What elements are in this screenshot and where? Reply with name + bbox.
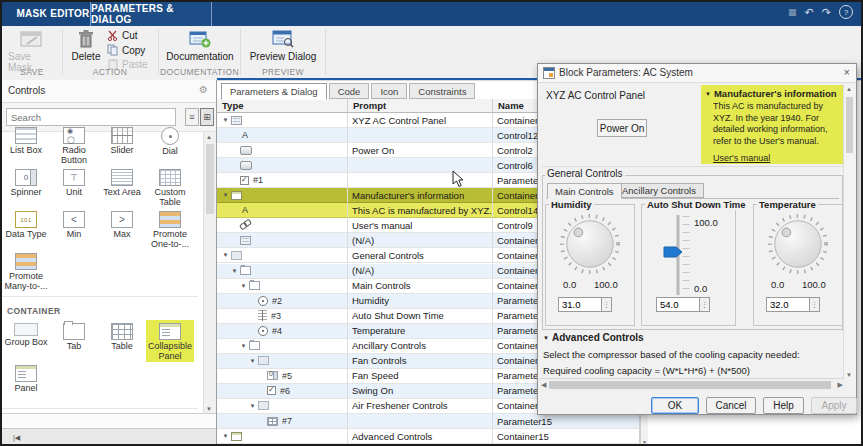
editor-tab-icon[interactable]: Icon — [371, 83, 407, 99]
palette-item-label: Group Box — [4, 338, 47, 348]
scroll-down-icon[interactable]: ▼ — [846, 372, 852, 378]
palette-item-collapsible-panel[interactable]: Collapsible Panel — [146, 320, 194, 362]
tab-ancillary-controls[interactable]: Ancillary Controls — [614, 183, 704, 198]
palette-item-label: Unit — [66, 188, 82, 198]
tab-parameters-dialog[interactable]: PARAMETERS & DIALOG — [90, 0, 212, 26]
slider-icon — [258, 310, 267, 321]
dialog-titlebar[interactable]: Block Parameters: AC System × — [538, 64, 856, 83]
expander-icon[interactable]: ▼ — [247, 358, 258, 364]
help-button[interactable]: Help — [763, 397, 804, 414]
expander-icon[interactable]: ▼ — [229, 268, 240, 274]
palette-item-label: Radio Button — [51, 146, 97, 165]
temperature-input[interactable] — [766, 297, 810, 312]
palette-item-text-area[interactable]: Text Area — [98, 166, 146, 208]
preview-dialog-button[interactable]: Preview Dialog — [246, 29, 320, 62]
palette-item-panel[interactable]: Panel — [2, 362, 50, 404]
documentation-button[interactable]: Documentation — [163, 29, 237, 62]
cut-button[interactable]: Cut — [107, 30, 138, 41]
advanced-text-line1: Select the compressor based of the cooli… — [543, 349, 800, 360]
expander-icon[interactable]: ▼ — [247, 403, 258, 409]
advanced-controls-header[interactable]: ▼Advanced Controls — [543, 332, 644, 343]
palette-item-list-box[interactable]: List Box — [2, 124, 50, 166]
expander-icon[interactable]: ▼ — [238, 343, 249, 349]
dialog-vertical-scrollbar[interactable]: ▲ ▼ — [843, 84, 855, 380]
palette-item-slider[interactable]: Slider — [98, 124, 146, 166]
palette-item-radio-button[interactable]: Radio Button — [50, 124, 98, 166]
tree-row[interactable]: ▼Advanced ControlsContainer15 — [217, 429, 640, 444]
redo-icon[interactable]: ↷ — [822, 4, 831, 20]
expander-icon[interactable]: ▼ — [220, 252, 231, 258]
palette-item-label: Collapsible Panel — [147, 342, 193, 361]
groupbox-icon — [258, 356, 269, 365]
cancel-button[interactable]: Cancel — [706, 397, 756, 414]
toolbar-separator — [62, 29, 63, 75]
gear-icon[interactable]: ⚙ — [199, 84, 208, 95]
scroll-down-icon[interactable]: ▼ — [206, 406, 212, 412]
copy-button[interactable]: Copy — [107, 44, 145, 56]
expander-icon[interactable]: ▼ — [220, 433, 231, 439]
power-on-button[interactable]: Power On — [597, 119, 647, 137]
expander-icon[interactable]: ▼ — [220, 192, 231, 198]
controls-palette: List BoxRadio ButtonSliderDialSpinnerUni… — [2, 124, 202, 432]
palette-item-group-box[interactable]: Group Box — [2, 320, 50, 362]
palette-item-promote-one-to-[interactable]: Promote One-to-... — [146, 208, 194, 250]
editor-tab-constraints[interactable]: Constraints — [409, 83, 475, 99]
scrollbar-thumb[interactable] — [549, 381, 831, 389]
editor-tab-code[interactable]: Code — [329, 83, 370, 99]
mask-icon[interactable]: ▦ — [788, 4, 797, 20]
humidity-groupbox: Humidity 0.0 100.0 ⋮ — [545, 204, 635, 326]
scroll-right-icon[interactable]: ▶ — [838, 381, 843, 389]
tab-mask-editor[interactable]: MASK EDITOR — [14, 0, 92, 26]
palette-item-data-type[interactable]: Data Type — [2, 208, 50, 250]
ok-button[interactable]: OK — [651, 397, 699, 414]
checkbox-icon — [240, 176, 249, 185]
scroll-down-icon[interactable]: ▼ — [642, 439, 647, 445]
dialog-horizontal-scrollbar[interactable]: ◀ ▶ — [539, 378, 845, 391]
tree-row[interactable]: #7Parameter15 — [217, 414, 640, 429]
scroll-up-icon[interactable]: ▲ — [206, 134, 212, 140]
undo-icon[interactable]: ↶ — [805, 4, 814, 20]
palette-item-label: Custom Table — [147, 188, 193, 207]
panel-collapse-bar[interactable]: |◀ — [0, 428, 216, 446]
humidity-stepper[interactable]: ⋮ — [602, 297, 612, 312]
expander-icon[interactable]: ▼ — [238, 283, 249, 289]
palette-item-spinner[interactable]: Spinner — [2, 166, 50, 208]
expander-icon[interactable]: ▼ — [220, 117, 231, 123]
temperature-dial[interactable] — [767, 213, 829, 275]
temperature-stepper[interactable]: ⋮ — [810, 297, 820, 312]
palette-item-min[interactable]: Min — [50, 208, 98, 250]
icon-promote1 — [159, 211, 181, 228]
palette-item-table[interactable]: Table — [98, 320, 146, 362]
scrollbar-thumb[interactable] — [846, 97, 853, 153]
scroll-left-icon[interactable]: ◀ — [541, 381, 546, 389]
apply-button[interactable]: Apply — [811, 397, 857, 414]
help-icon[interactable]: ? — [839, 5, 853, 19]
humidity-dial[interactable] — [559, 213, 621, 275]
icon-min — [63, 211, 85, 228]
palette-item-tab[interactable]: Tab — [50, 320, 98, 362]
humidity-input[interactable] — [558, 297, 602, 312]
palette-scrollbar[interactable]: ▲ ▼ — [203, 132, 216, 414]
editor-tab-parameters-dialog[interactable]: Parameters & Dialog — [221, 83, 327, 100]
users-manual-link[interactable]: User's manual — [713, 153, 770, 163]
collapse-left-icon[interactable]: |◀ — [13, 434, 20, 442]
auto-shut-down-spinner: ⋮ — [656, 297, 710, 312]
palette-item-unit[interactable]: Unit — [50, 166, 98, 208]
auto-shut-down-input[interactable] — [656, 297, 700, 312]
chevron-down-icon: ▼ — [705, 91, 711, 97]
palette-item-custom-table[interactable]: Custom Table — [146, 166, 194, 208]
grid-view-icon[interactable]: ⊞ — [200, 108, 214, 126]
tab-main-controls[interactable]: Main Controls — [547, 183, 622, 199]
palette-item-dial[interactable]: Dial — [146, 124, 194, 166]
trash-icon — [77, 29, 95, 49]
scrollbar-thumb[interactable] — [206, 144, 214, 214]
palette-item-label: Table — [111, 342, 133, 352]
auto-shut-down-stepper[interactable]: ⋮ — [700, 297, 710, 312]
collapsible-panel-header[interactable]: ▼Manufacturer's information — [705, 88, 842, 99]
scroll-up-icon[interactable]: ▲ — [846, 86, 852, 92]
collapsible-panel-icon — [231, 432, 242, 441]
palette-item-max[interactable]: Max — [98, 208, 146, 250]
close-icon[interactable]: × — [844, 66, 850, 78]
delete-button[interactable]: Delete — [68, 29, 104, 62]
palette-item-promote-many-to-[interactable]: Promote Many-to-... — [2, 250, 50, 292]
